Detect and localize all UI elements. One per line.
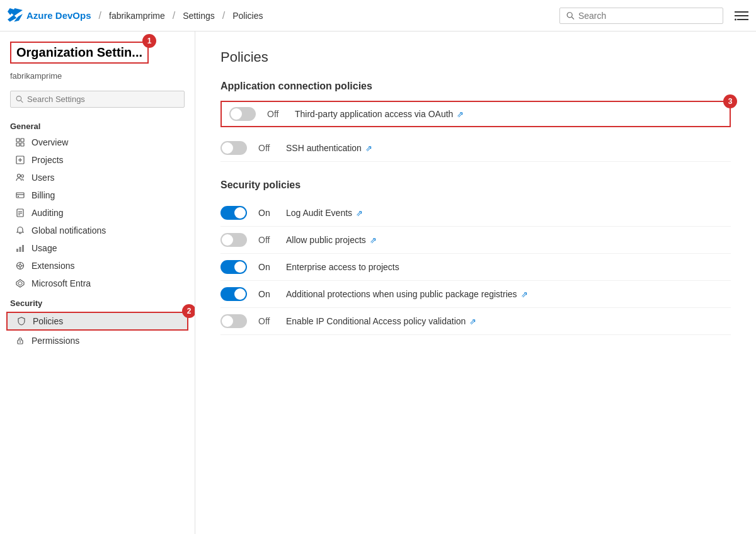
- policies-icon: [16, 316, 26, 326]
- svg-rect-17: [16, 193, 24, 198]
- badge-2: 2: [182, 304, 195, 318]
- toggle-ssh[interactable]: [220, 141, 247, 155]
- policy-row-public-projects: Off Allow public projects ⇗: [220, 227, 731, 254]
- logo[interactable]: Azure DevOps: [8, 8, 91, 23]
- breadcrumb-policies[interactable]: Policies: [232, 11, 263, 21]
- security-section-label: Security: [0, 292, 195, 310]
- link-icon-oauth[interactable]: ⇗: [457, 110, 464, 119]
- sidebar-search-input[interactable]: [27, 94, 179, 104]
- policy-row-oauth: Off Third-party application access via O…: [220, 101, 731, 127]
- svg-rect-10: [16, 143, 20, 146]
- auditing-icon: [15, 208, 25, 218]
- policy-text-enterprise: Enterprise access to projects: [286, 262, 399, 272]
- toggle-log-audit[interactable]: [220, 206, 247, 220]
- sidebar-item-extensions[interactable]: Extensions: [0, 257, 195, 275]
- policy-row-ip-conditional: Off Enable IP Conditional Access policy …: [220, 308, 731, 335]
- sidebar-search-box[interactable]: [10, 91, 185, 108]
- usage-label: Usage: [32, 243, 57, 253]
- toggle-public-projects[interactable]: [220, 233, 247, 247]
- sidebar-item-users[interactable]: Users: [0, 169, 195, 186]
- projects-label: Projects: [32, 155, 64, 165]
- sidebar: Organization Settin... 1 fabrikamprime G…: [0, 31, 195, 534]
- sidebar-item-projects[interactable]: Projects: [0, 151, 195, 169]
- sidebar-header: Organization Settin... 1: [0, 31, 195, 69]
- search-box[interactable]: [559, 8, 723, 24]
- badge-1: 1: [142, 34, 156, 48]
- security-section-label: Security policies: [220, 179, 731, 191]
- svg-line-7: [21, 100, 23, 102]
- notifications-icon: [15, 225, 25, 236]
- org-settings-title[interactable]: Organization Settin...: [10, 42, 149, 64]
- sidebar-item-billing[interactable]: Billing: [0, 186, 195, 204]
- link-icon-public-projects[interactable]: ⇗: [370, 236, 377, 245]
- notifications-label: Global notifications: [32, 225, 106, 236]
- sidebar-item-policies-container[interactable]: Policies 2: [6, 312, 188, 331]
- entra-icon: [15, 278, 25, 288]
- toggle-label-ip-conditional: Off: [258, 316, 275, 326]
- toggle-label-public-projects: Off: [258, 235, 275, 245]
- toggle-label-ssh: Off: [258, 143, 275, 153]
- policy-text-additional: Additional protections when using public…: [286, 289, 528, 299]
- sidebar-item-auditing[interactable]: Auditing: [0, 204, 195, 222]
- projects-icon: [15, 155, 25, 165]
- toggle-enterprise[interactable]: [220, 260, 247, 274]
- badge-3: 3: [723, 94, 737, 108]
- menu-icon[interactable]: [735, 11, 748, 21]
- svg-rect-8: [16, 139, 20, 142]
- sidebar-item-overview[interactable]: Overview: [0, 134, 195, 151]
- policy-text-oauth: Third-party application access via OAuth…: [295, 109, 464, 119]
- general-section-label: General: [0, 115, 195, 134]
- brand-label: Azure DevOps: [26, 10, 91, 21]
- entra-label: Microsoft Entra: [32, 278, 91, 288]
- svg-point-19: [18, 196, 19, 197]
- app-connection-policies: Off Third-party application access via O…: [220, 101, 731, 162]
- main-content: Policies Application connection policies…: [195, 31, 756, 534]
- svg-rect-26: [22, 245, 24, 252]
- users-icon: [15, 173, 25, 183]
- sidebar-item-notifications[interactable]: Global notifications: [0, 222, 195, 239]
- policy-text-public-projects: Allow public projects ⇗: [286, 235, 377, 245]
- link-icon-ssh[interactable]: ⇗: [365, 144, 372, 153]
- svg-point-0: [567, 12, 572, 17]
- policy-text-ssh: SSH authentication ⇗: [286, 143, 372, 153]
- overview-icon: [15, 137, 25, 147]
- svg-marker-34: [18, 281, 22, 285]
- usage-icon: [15, 243, 25, 253]
- svg-rect-25: [20, 247, 21, 252]
- org-name: fabrikamprime: [0, 69, 195, 86]
- svg-point-5: [735, 18, 736, 20]
- search-input[interactable]: [578, 11, 716, 21]
- page-title: Policies: [220, 49, 731, 65]
- policy-row-ssh: Off SSH authentication ⇗: [220, 135, 731, 162]
- policy-text-log-audit: Log Audit Events ⇗: [286, 208, 363, 218]
- link-icon-log-audit[interactable]: ⇗: [356, 208, 363, 218]
- policy-row-additional: On Additional protections when using pub…: [220, 281, 731, 308]
- sidebar-item-entra[interactable]: Microsoft Entra: [0, 275, 195, 292]
- breadcrumb-fabrikam[interactable]: fabrikamprime: [109, 11, 165, 21]
- sidebar-search-icon: [16, 95, 23, 103]
- link-icon-additional[interactable]: ⇗: [521, 290, 528, 299]
- breadcrumb-settings[interactable]: Settings: [183, 11, 215, 21]
- svg-point-36: [20, 341, 21, 343]
- toggle-ip-conditional[interactable]: [220, 314, 247, 328]
- link-icon-ip-conditional[interactable]: ⇗: [469, 317, 476, 326]
- svg-rect-9: [21, 139, 24, 142]
- toggle-additional[interactable]: [220, 287, 247, 301]
- permissions-label: Permissions: [32, 336, 79, 346]
- toggle-label-additional: On: [258, 289, 275, 299]
- sidebar-item-permissions[interactable]: Permissions: [0, 332, 195, 349]
- sep3: /: [222, 10, 225, 21]
- svg-point-15: [18, 174, 21, 178]
- svg-rect-11: [21, 143, 24, 146]
- svg-line-1: [571, 17, 574, 20]
- overview-label: Overview: [32, 137, 68, 147]
- svg-point-16: [21, 175, 24, 178]
- sep2: /: [173, 10, 175, 21]
- toggle-label-oauth: Off: [267, 109, 284, 119]
- toggle-oauth[interactable]: [229, 107, 256, 121]
- extensions-icon: [15, 261, 25, 271]
- sidebar-item-usage[interactable]: Usage: [0, 239, 195, 257]
- permissions-icon: [15, 336, 25, 346]
- svg-point-6: [16, 96, 21, 101]
- top-nav: Azure DevOps / fabrikamprime / Settings …: [0, 0, 756, 31]
